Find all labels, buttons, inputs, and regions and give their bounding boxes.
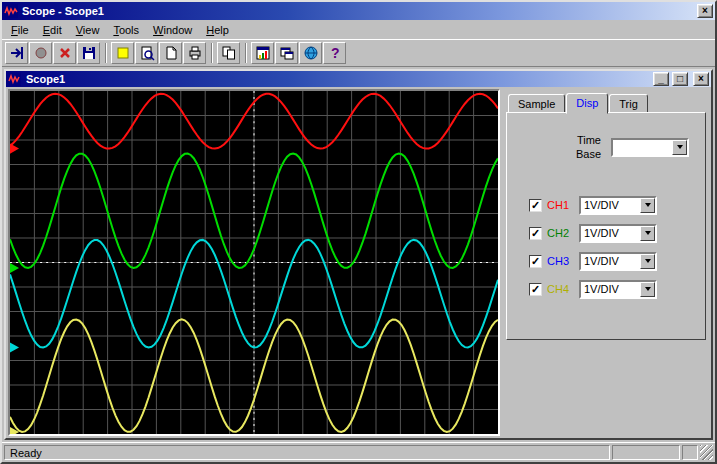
status-text: Ready	[4, 445, 610, 460]
app-icon	[4, 4, 19, 19]
tab-sample[interactable]: Sample	[508, 94, 565, 114]
exit-button[interactable]	[5, 42, 28, 64]
tab-strip: SampleDispTrig	[506, 93, 706, 113]
disp-tab-page: Time Base ✓CH11V/DIV✓CH21V/DIV✓CH31V/DIV…	[506, 112, 706, 340]
menu-help[interactable]: Help	[199, 22, 236, 38]
scope1-window: Scope1 _ □ × SampleDispTrig Time Base	[4, 69, 713, 440]
ch1-label: CH1	[547, 199, 574, 211]
print-button[interactable]	[183, 42, 206, 64]
scope-display	[8, 89, 500, 436]
timebase-label: Time Base	[569, 133, 601, 162]
channel-row-ch2: ✓CH21V/DIV	[529, 224, 689, 243]
waveform-plot	[10, 91, 498, 434]
ch2-scale-value: 1V/DIV	[581, 226, 640, 241]
bookmark-icon	[115, 45, 131, 61]
menu-file[interactable]: File	[4, 22, 36, 38]
delete-button[interactable]	[53, 42, 76, 64]
tab-disp[interactable]: Disp	[566, 93, 608, 114]
delete-icon	[57, 45, 73, 61]
status-panel-3	[682, 445, 698, 460]
page-button[interactable]	[159, 42, 182, 64]
status-bar: Ready	[2, 442, 715, 462]
chevron-down-icon[interactable]	[640, 282, 655, 297]
ch3-label: CH3	[547, 255, 574, 267]
copy-icon	[221, 45, 237, 61]
chevron-down-icon[interactable]	[640, 226, 655, 241]
web-help-icon	[303, 45, 319, 61]
resize-grip[interactable]	[700, 445, 713, 460]
ch2-checkbox[interactable]: ✓	[529, 227, 542, 240]
tab-trig[interactable]: Trig	[609, 94, 648, 114]
exit-icon	[9, 45, 25, 61]
menu-bar: FileEditViewToolsWindowHelp	[2, 20, 715, 39]
page-icon	[163, 45, 179, 61]
web-help-button[interactable]	[299, 42, 322, 64]
record-icon	[33, 45, 49, 61]
channel-row-ch1: ✓CH11V/DIV	[529, 196, 689, 215]
menu-tools[interactable]: Tools	[106, 22, 146, 38]
help-button[interactable]: ?	[323, 42, 346, 64]
mdi-area: Scope1 _ □ × SampleDispTrig Time Base	[2, 67, 715, 442]
chart-button[interactable]	[251, 42, 274, 64]
windows-icon	[279, 45, 295, 61]
scope1-titlebar[interactable]: Scope1 _ □ ×	[6, 71, 711, 87]
ch4-checkbox[interactable]: ✓	[529, 283, 542, 296]
menu-edit[interactable]: Edit	[36, 22, 69, 38]
print-icon	[187, 45, 203, 61]
ch4-scale-value: 1V/DIV	[581, 282, 640, 297]
child-close-button[interactable]: ×	[693, 72, 709, 86]
menu-view[interactable]: View	[69, 22, 107, 38]
copy-button[interactable]	[217, 42, 240, 64]
bookmark-button[interactable]	[111, 42, 134, 64]
main-titlebar[interactable]: Scope - Scope1 ×	[2, 2, 715, 20]
scope1-body: SampleDispTrig Time Base ✓CH11V/DIV✓CH21…	[6, 87, 711, 438]
toolbar: ?	[2, 39, 715, 67]
main-window: Scope - Scope1 × FileEditViewToolsWindow…	[0, 0, 717, 464]
timebase-value	[613, 140, 672, 155]
ch3-scale-combobox[interactable]: 1V/DIV	[579, 252, 657, 271]
ch1-scale-value: 1V/DIV	[581, 198, 640, 213]
toolbar-separator	[105, 43, 107, 63]
toolbar-separator	[211, 43, 213, 63]
chevron-down-icon[interactable]	[640, 198, 655, 213]
menu-window[interactable]: Window	[146, 22, 199, 38]
preview-button[interactable]	[135, 42, 158, 64]
channel-row-ch3: ✓CH31V/DIV	[529, 252, 689, 271]
status-panel-2	[612, 445, 680, 460]
timebase-row: Time Base	[517, 133, 689, 162]
chevron-down-icon[interactable]	[672, 140, 687, 155]
ch3-checkbox[interactable]: ✓	[529, 255, 542, 268]
ch2-label: CH2	[547, 227, 574, 239]
ch4-scale-combobox[interactable]: 1V/DIV	[579, 280, 657, 299]
record-button[interactable]	[29, 42, 52, 64]
ch1-checkbox[interactable]: ✓	[529, 199, 542, 212]
save-button[interactable]	[77, 42, 100, 64]
window-title: Scope - Scope1	[22, 5, 692, 17]
control-panel: SampleDispTrig Time Base ✓CH11V/DIV✓CH21…	[503, 89, 709, 436]
scope1-title: Scope1	[26, 73, 650, 85]
ch1-scale-combobox[interactable]: 1V/DIV	[579, 196, 657, 215]
ch2-scale-combobox[interactable]: 1V/DIV	[579, 224, 657, 243]
maximize-button[interactable]: □	[672, 72, 688, 86]
ch4-label: CH4	[547, 283, 574, 295]
save-icon	[81, 45, 97, 61]
timebase-combobox[interactable]	[611, 138, 689, 157]
close-button[interactable]: ×	[697, 4, 713, 18]
minimize-button[interactable]: _	[653, 72, 669, 86]
help-icon: ?	[327, 45, 343, 61]
scope1-icon	[8, 72, 23, 87]
preview-icon	[139, 45, 155, 61]
svg-text:?: ?	[331, 45, 340, 61]
windows-button[interactable]	[275, 42, 298, 64]
channel-row-ch4: ✓CH41V/DIV	[529, 280, 689, 299]
ch3-scale-value: 1V/DIV	[581, 254, 640, 269]
toolbar-separator	[245, 43, 247, 63]
chevron-down-icon[interactable]	[640, 254, 655, 269]
channel-list: ✓CH11V/DIV✓CH21V/DIV✓CH31V/DIV✓CH41V/DIV	[517, 196, 695, 299]
chart-icon	[255, 45, 271, 61]
